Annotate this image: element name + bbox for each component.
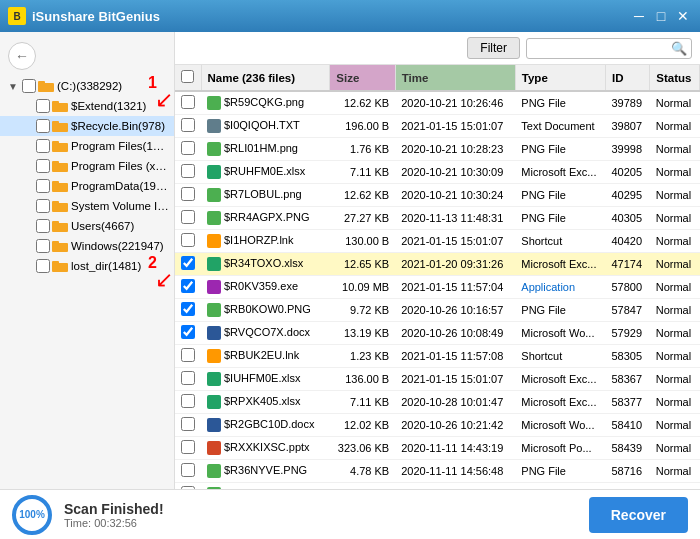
table-row[interactable]: $R2GBC10D.docx12.02 KB2020-10-26 10:21:4… [175, 414, 700, 437]
maximize-button[interactable]: □ [652, 7, 670, 25]
table-row[interactable]: $RB0KOW0.PNG9.72 KB2020-10-26 10:16:57PN… [175, 299, 700, 322]
tree-checkbox[interactable] [36, 259, 50, 273]
sidebar-item-program-files[interactable]: Program Files(12576) [0, 136, 174, 156]
tree-checkbox[interactable] [36, 199, 50, 213]
sidebar-item-program-files-x86[interactable]: Program Files (x86)(7470) [0, 156, 174, 176]
col-header-name[interactable]: Name (236 files) [201, 65, 330, 91]
table-row[interactable]: $RPXK405.xlsx7.11 KB2020-10-28 10:01:47M… [175, 391, 700, 414]
back-button[interactable]: ← [8, 42, 36, 70]
col-header-status[interactable]: Status [650, 65, 700, 91]
cell-time: 2020-11-13 11:48:31 [395, 207, 515, 230]
row-checkbox[interactable] [181, 486, 195, 489]
row-checkbox[interactable] [181, 210, 195, 224]
table-row[interactable]: $R36NYVE.PNG4.78 KB2020-11-11 14:56:48PN… [175, 460, 700, 483]
cell-status: Normal [650, 161, 700, 184]
file-icon [207, 234, 221, 248]
cell-time: 2021-01-20 09:31:26 [395, 253, 515, 276]
select-all-checkbox[interactable] [181, 70, 194, 83]
svg-rect-3 [52, 101, 59, 105]
cell-status: Normal [650, 299, 700, 322]
cell-size: 7.11 KB [330, 391, 395, 414]
file-icon [207, 487, 221, 489]
table-row[interactable]: $RXXKIXSC.pptx323.06 KB2020-11-11 14:43:… [175, 437, 700, 460]
row-checkbox[interactable] [181, 371, 195, 385]
search-icon[interactable]: 🔍 [671, 41, 687, 56]
cell-name: $R36NYVE.PNG [201, 460, 330, 483]
cell-time: 2021-01-15 15:01:07 [395, 230, 515, 253]
row-checkbox[interactable] [181, 95, 195, 109]
table-row[interactable]: $I1HORZP.lnk130.00 B2021-01-15 15:01:07S… [175, 230, 700, 253]
table-row[interactable]: $RXEJMR8.PNG5.61 KB2020-11-20 14:29:01PN… [175, 483, 700, 490]
row-checkbox[interactable] [181, 256, 195, 270]
file-tree: ▼(C:)(338292)$Extend(1321)$Recycle.Bin(9… [0, 76, 174, 276]
row-checkbox[interactable] [181, 279, 195, 293]
tree-checkbox[interactable] [36, 219, 50, 233]
minimize-button[interactable]: ─ [630, 7, 648, 25]
cell-time: 2020-10-21 10:30:24 [395, 184, 515, 207]
cell-time: 2020-11-11 14:56:48 [395, 460, 515, 483]
table-row[interactable]: $R0KV359.exe10.09 MB2021-01-15 11:57:04A… [175, 276, 700, 299]
col-header-type[interactable]: Type [515, 65, 605, 91]
cell-id: 58439 [605, 437, 649, 460]
close-button[interactable]: ✕ [674, 7, 692, 25]
tree-checkbox[interactable] [36, 239, 50, 253]
col-header-time[interactable]: Time [395, 65, 515, 91]
table-row[interactable]: $RR4AGPX.PNG27.27 KB2020-11-13 11:48:31P… [175, 207, 700, 230]
cell-status: Normal [650, 276, 700, 299]
sidebar-item-system-volume[interactable]: System Volume Information(6) [0, 196, 174, 216]
col-header-size[interactable]: Size [330, 65, 395, 91]
row-checkbox[interactable] [181, 463, 195, 477]
row-checkbox[interactable] [181, 118, 195, 132]
folder-icon [38, 80, 54, 92]
cell-status: Normal [650, 91, 700, 115]
row-checkbox[interactable] [181, 417, 195, 431]
sidebar-item-recycle[interactable]: $Recycle.Bin(978) [0, 116, 174, 136]
tree-checkbox[interactable] [36, 99, 50, 113]
table-row[interactable]: $RLI01HM.png1.76 KB2020-10-21 10:28:23PN… [175, 138, 700, 161]
cell-time: 2020-10-21 10:30:09 [395, 161, 515, 184]
tree-checkbox[interactable] [36, 119, 50, 133]
sidebar-item-users[interactable]: Users(4667) [0, 216, 174, 236]
sidebar-item-program-data[interactable]: ProgramData(1955) [0, 176, 174, 196]
tree-checkbox[interactable] [36, 179, 50, 193]
row-checkbox[interactable] [181, 233, 195, 247]
table-row[interactable]: $RVQCO7X.docx13.19 KB2020-10-26 10:08:49… [175, 322, 700, 345]
file-icon [207, 188, 221, 202]
row-checkbox[interactable] [181, 440, 195, 454]
sidebar-item-windows[interactable]: Windows(221947) [0, 236, 174, 256]
table-row[interactable]: $RBUK2EU.lnk1.23 KB2021-01-15 11:57:08Sh… [175, 345, 700, 368]
tree-checkbox[interactable] [36, 139, 50, 153]
table-row[interactable]: $R34TOXO.xlsx12.65 KB2021-01-20 09:31:26… [175, 253, 700, 276]
cell-size: 13.19 KB [330, 322, 395, 345]
sidebar-item-lost-dir[interactable]: lost_dir(1481) [0, 256, 174, 276]
svg-rect-15 [52, 221, 59, 225]
row-checkbox[interactable] [181, 394, 195, 408]
svg-rect-11 [52, 181, 59, 185]
table-row[interactable]: $R7LOBUL.png12.62 KB2020-10-21 10:30:24P… [175, 184, 700, 207]
tree-toggle[interactable]: ▼ [8, 81, 22, 92]
row-checkbox[interactable] [181, 325, 195, 339]
filter-button[interactable]: Filter [467, 37, 520, 59]
recover-button[interactable]: Recover [589, 497, 688, 533]
table-row[interactable]: $RUHFM0E.xlsx7.11 KB2020-10-21 10:30:09M… [175, 161, 700, 184]
folder-icon [52, 160, 68, 172]
row-checkbox[interactable] [181, 348, 195, 362]
table-row[interactable]: $I0QIQOH.TXT196.00 B2021-01-15 15:01:07T… [175, 115, 700, 138]
file-icon [207, 418, 221, 432]
sidebar-item-c-drive[interactable]: ▼(C:)(338292) [0, 76, 174, 96]
cell-type: PNG File [515, 184, 605, 207]
sidebar-item-extend[interactable]: $Extend(1321) [0, 96, 174, 116]
row-checkbox[interactable] [181, 141, 195, 155]
col-header-id[interactable]: ID [605, 65, 649, 91]
cell-type: PNG File [515, 91, 605, 115]
tree-checkbox[interactable] [22, 79, 36, 93]
row-checkbox[interactable] [181, 302, 195, 316]
row-checkbox[interactable] [181, 187, 195, 201]
file-table: Name (236 files)SizeTimeTypeIDStatus $R5… [175, 65, 700, 489]
tree-checkbox[interactable] [36, 159, 50, 173]
folder-icon [52, 220, 68, 232]
table-row[interactable]: $R59CQKG.png12.62 KB2020-10-21 10:26:46P… [175, 91, 700, 115]
row-checkbox[interactable] [181, 164, 195, 178]
search-input[interactable] [531, 41, 671, 55]
table-row[interactable]: $IUHFM0E.xlsx136.00 B2021-01-15 15:01:07… [175, 368, 700, 391]
